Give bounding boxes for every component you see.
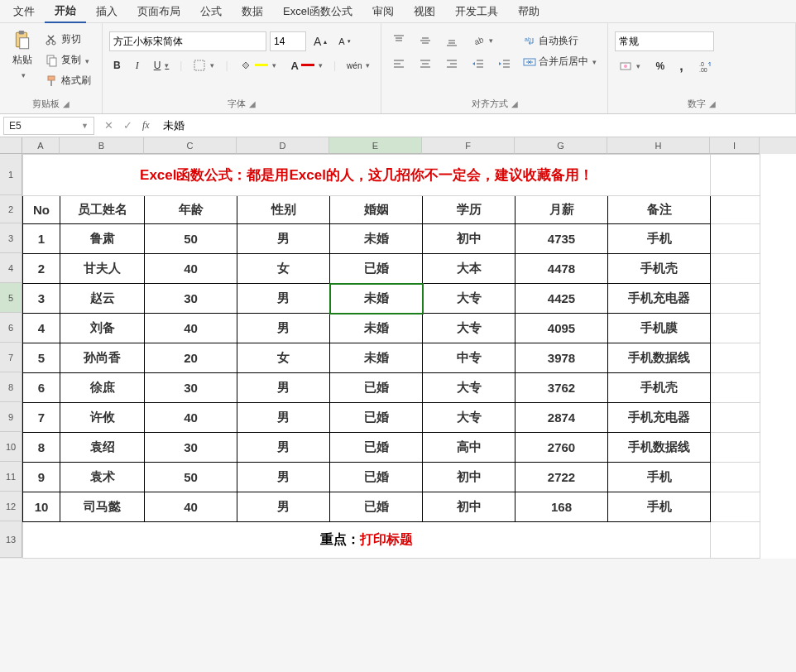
data-cell[interactable]: 手机充电器 — [608, 403, 711, 433]
format-painter-button[interactable]: 格式刷 — [41, 71, 95, 90]
data-cell[interactable]: 手机壳 — [608, 254, 711, 284]
title-cell[interactable]: Excel函数公式：都是用Excel的人，这几招你不一定会，建议收藏备用！ — [23, 155, 711, 196]
data-cell[interactable]: 手机 — [608, 463, 711, 492]
cell-I5[interactable] — [711, 284, 760, 314]
increase-font-button[interactable]: A▴ — [309, 32, 331, 50]
data-cell[interactable]: 袁术 — [60, 463, 145, 492]
cell-I8[interactable] — [711, 373, 760, 403]
data-cell[interactable]: 大专 — [423, 284, 515, 314]
row-header-2[interactable]: 2 — [0, 195, 22, 223]
data-cell[interactable]: 袁绍 — [60, 433, 145, 463]
data-cell[interactable]: 4425 — [515, 284, 608, 314]
copy-button[interactable]: 复制 — [41, 50, 95, 70]
data-cell[interactable]: 男 — [237, 492, 330, 522]
data-cell[interactable]: 40 — [145, 254, 237, 284]
row-header-6[interactable]: 6 — [0, 313, 22, 343]
col-header-H[interactable]: H — [607, 137, 710, 154]
menu-tab-8[interactable]: 视图 — [404, 1, 445, 22]
cell-I3[interactable] — [711, 224, 760, 254]
col-header-C[interactable]: C — [144, 137, 237, 154]
data-cell[interactable]: 手机壳 — [608, 373, 711, 403]
border-button[interactable] — [189, 56, 218, 74]
data-cell[interactable]: 50 — [145, 224, 237, 254]
data-cell[interactable]: 20 — [145, 343, 237, 373]
data-cell[interactable]: 徐庶 — [60, 373, 145, 403]
data-cell[interactable]: 未婚 — [330, 343, 423, 373]
data-cell[interactable]: 未婚 — [330, 284, 423, 314]
header-cell[interactable]: No — [23, 196, 60, 224]
menu-tab-4[interactable]: 公式 — [190, 1, 232, 22]
data-cell[interactable]: 已婚 — [330, 403, 423, 433]
data-cell[interactable]: 刘备 — [60, 314, 145, 343]
data-cell[interactable]: 2760 — [515, 433, 608, 463]
data-cell[interactable]: 初中 — [423, 492, 515, 522]
underline-button[interactable]: U — [150, 57, 174, 74]
fill-color-button[interactable] — [235, 56, 281, 74]
data-cell[interactable]: 4735 — [515, 224, 608, 254]
cell-I12[interactable] — [711, 492, 760, 522]
data-cell[interactable]: 4478 — [515, 254, 608, 284]
row-header-8[interactable]: 8 — [0, 372, 22, 402]
merge-center-button[interactable]: 合并后居中 — [519, 52, 601, 71]
number-format-select[interactable] — [615, 31, 714, 51]
data-cell[interactable]: 30 — [145, 284, 237, 314]
font-size-input[interactable] — [270, 31, 306, 51]
header-cell[interactable]: 婚姻 — [330, 196, 423, 224]
row-header-9[interactable]: 9 — [0, 402, 22, 432]
bold-button[interactable]: B — [109, 57, 125, 74]
data-cell[interactable]: 7 — [23, 403, 60, 433]
data-cell[interactable]: 4 — [23, 314, 60, 343]
row-header-4[interactable]: 4 — [0, 253, 22, 283]
data-cell[interactable]: 大本 — [423, 254, 515, 284]
data-cell[interactable]: 40 — [145, 314, 237, 343]
menu-tab-6[interactable]: Excel函数公式 — [273, 1, 362, 22]
data-cell[interactable]: 女 — [237, 254, 330, 284]
currency-button[interactable] — [615, 57, 645, 75]
data-cell[interactable]: 高中 — [423, 433, 515, 463]
data-cell[interactable]: 已婚 — [330, 492, 423, 522]
menu-tab-9[interactable]: 开发工具 — [445, 1, 508, 22]
italic-button[interactable]: I — [132, 57, 143, 74]
col-header-E[interactable]: E — [329, 137, 422, 154]
data-cell[interactable]: 大专 — [423, 314, 515, 343]
header-cell[interactable]: 备注 — [608, 196, 711, 224]
menu-tab-1[interactable]: 开始 — [45, 0, 86, 23]
data-cell[interactable]: 已婚 — [330, 373, 423, 403]
row-header-12[interactable]: 12 — [0, 492, 22, 521]
cut-button[interactable]: 剪切 — [41, 30, 95, 49]
align-top-button[interactable] — [388, 31, 410, 50]
decrease-indent-button[interactable] — [468, 55, 489, 73]
data-cell[interactable]: 手机膜 — [608, 314, 711, 343]
data-cell[interactable]: 未婚 — [330, 314, 423, 343]
header-cell[interactable]: 月薪 — [515, 196, 608, 224]
align-bottom-button[interactable] — [441, 31, 463, 50]
header-cell[interactable]: 性别 — [237, 196, 330, 224]
font-family-select[interactable] — [109, 31, 266, 51]
comma-button[interactable]: , — [675, 56, 687, 76]
data-cell[interactable]: 2 — [23, 254, 60, 284]
data-cell[interactable]: 男 — [237, 433, 330, 463]
data-cell[interactable]: 手机数据线 — [608, 433, 711, 463]
data-cell[interactable]: 中专 — [423, 343, 515, 373]
data-cell[interactable]: 孙尚香 — [60, 343, 145, 373]
decrease-font-button[interactable]: A▾ — [334, 34, 354, 49]
data-cell[interactable]: 6 — [23, 373, 60, 403]
row-header-10[interactable]: 10 — [0, 432, 22, 462]
data-cell[interactable]: 3 — [23, 284, 60, 314]
menu-tab-10[interactable]: 帮助 — [508, 1, 549, 22]
phonetic-button[interactable]: wén — [343, 59, 374, 73]
col-header-G[interactable]: G — [515, 137, 607, 154]
cell-I13[interactable] — [711, 522, 760, 559]
row-header-7[interactable]: 7 — [0, 343, 22, 372]
data-cell[interactable]: 1 — [23, 224, 60, 254]
paste-button[interactable]: 粘贴 — [7, 26, 38, 84]
data-cell[interactable]: 3978 — [515, 343, 608, 373]
data-cell[interactable]: 30 — [145, 433, 237, 463]
data-cell[interactable]: 手机充电器 — [608, 284, 711, 314]
percent-button[interactable]: % — [651, 58, 669, 74]
cell-I9[interactable] — [711, 403, 760, 433]
data-cell[interactable]: 2874 — [515, 403, 608, 433]
data-cell[interactable]: 男 — [237, 373, 330, 403]
data-cell[interactable]: 168 — [515, 492, 608, 522]
spreadsheet-grid[interactable]: ABCDEFGHI 12345678910111213 Excel函数公式：都是… — [0, 137, 796, 559]
